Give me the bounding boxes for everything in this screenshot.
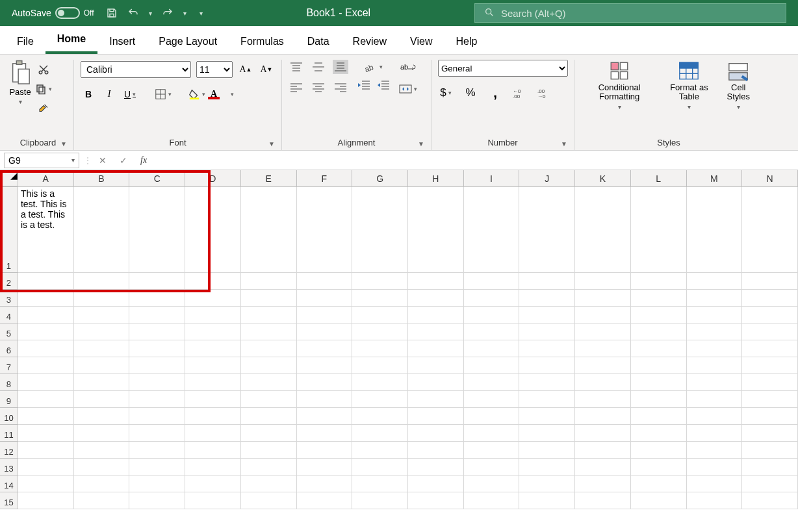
cell-J11[interactable] (519, 425, 575, 442)
cell-H8[interactable] (408, 374, 464, 391)
row-head-10[interactable]: 10 (0, 408, 18, 425)
cell-N13[interactable] (742, 459, 798, 475)
cell-J1[interactable] (519, 187, 575, 273)
cell-H11[interactable] (408, 425, 464, 442)
cell-I1[interactable] (464, 187, 520, 273)
font-size-select[interactable]: 11 (196, 61, 233, 78)
cell-A13[interactable] (18, 459, 74, 475)
cell-H15[interactable] (408, 492, 464, 509)
col-head-G[interactable]: G (352, 170, 408, 186)
cell-I11[interactable] (464, 425, 520, 442)
alignment-dialog-launcher-icon[interactable]: ▼ (418, 140, 424, 147)
cell-E5[interactable] (241, 323, 297, 340)
cell-E14[interactable] (241, 475, 297, 492)
cell-A10[interactable] (18, 408, 74, 425)
cell-G3[interactable] (352, 290, 408, 307)
cell-K7[interactable] (575, 357, 631, 374)
cell-E9[interactable] (241, 391, 297, 408)
cell-F11[interactable] (297, 425, 353, 442)
cell-L14[interactable] (631, 475, 687, 492)
cell-D14[interactable] (185, 475, 241, 492)
cell-G2[interactable] (352, 273, 408, 290)
cell-D6[interactable] (185, 340, 241, 357)
fill-color-icon[interactable] (188, 87, 205, 101)
paste-button[interactable]: Paste ▾ (9, 60, 31, 105)
cell-M9[interactable] (687, 391, 743, 408)
cell-D12[interactable] (185, 442, 241, 459)
cell-I6[interactable] (464, 340, 520, 357)
cell-F7[interactable] (297, 357, 353, 374)
orientation-icon[interactable]: ab (356, 60, 391, 74)
cell-H2[interactable] (408, 273, 464, 290)
cell-A14[interactable] (18, 475, 74, 492)
cell-F4[interactable] (297, 307, 353, 323)
cell-I13[interactable] (464, 459, 520, 475)
cell-B4[interactable] (74, 307, 130, 323)
tab-review[interactable]: Review (341, 31, 398, 54)
cell-N11[interactable] (742, 425, 798, 442)
increase-decimal-icon[interactable]: ←0.00 (512, 86, 528, 100)
cell-H10[interactable] (408, 408, 464, 425)
conditional-formatting-button[interactable]: Conditional Formatting ▾ (581, 60, 658, 110)
cell-H6[interactable] (408, 340, 464, 357)
redo-dropdown-caret-icon[interactable]: ▾ (183, 10, 187, 17)
row-head-6[interactable]: 6 (0, 340, 18, 357)
cell-M3[interactable] (687, 290, 743, 307)
cell-J13[interactable] (519, 459, 575, 475)
cell-K13[interactable] (575, 459, 631, 475)
cell-J9[interactable] (519, 391, 575, 408)
cell-A11[interactable] (18, 425, 74, 442)
cell-G8[interactable] (352, 374, 408, 391)
cell-J10[interactable] (519, 408, 575, 425)
cell-B13[interactable] (74, 459, 130, 475)
save-icon[interactable] (106, 7, 118, 19)
cell-H13[interactable] (408, 459, 464, 475)
cell-J3[interactable] (519, 290, 575, 307)
cell-I4[interactable] (464, 307, 520, 323)
cell-A7[interactable] (18, 357, 74, 374)
col-head-H[interactable]: H (408, 170, 464, 186)
col-head-I[interactable]: I (464, 170, 520, 186)
cell-N4[interactable] (742, 307, 798, 323)
row-head-3[interactable]: 3 (0, 290, 18, 307)
tab-insert[interactable]: Insert (97, 31, 147, 54)
cell-A1[interactable]: This is a test. This is a test. This is … (18, 187, 74, 273)
cell-A5[interactable] (18, 323, 74, 340)
cell-L1[interactable] (631, 187, 687, 273)
increase-font-icon[interactable]: A▲ (238, 62, 253, 77)
cell-A2[interactable] (18, 273, 74, 290)
cancel-icon[interactable]: ✕ (92, 155, 113, 166)
tab-data[interactable]: Data (296, 31, 341, 54)
cell-N12[interactable] (742, 442, 798, 459)
cell-B5[interactable] (74, 323, 130, 340)
cell-C2[interactable] (129, 273, 185, 290)
cell-F14[interactable] (297, 475, 353, 492)
cell-J4[interactable] (519, 307, 575, 323)
cell-C8[interactable] (129, 374, 185, 391)
row-head-4[interactable]: 4 (0, 307, 18, 323)
clipboard-dialog-launcher-icon[interactable]: ▼ (60, 140, 67, 147)
cell-F3[interactable] (297, 290, 353, 307)
cell-J2[interactable] (519, 273, 575, 290)
cell-E13[interactable] (241, 459, 297, 475)
tab-page-layout[interactable]: Page Layout (147, 31, 229, 54)
cell-G5[interactable] (352, 323, 408, 340)
col-head-A[interactable]: A (18, 170, 74, 186)
cell-N1[interactable] (742, 187, 798, 273)
cell-M12[interactable] (687, 442, 743, 459)
font-color-icon[interactable]: A (211, 87, 234, 101)
cell-C10[interactable] (129, 408, 185, 425)
cell-K14[interactable] (575, 475, 631, 492)
bold-button[interactable]: B (81, 87, 96, 101)
tab-home[interactable]: Home (45, 28, 97, 54)
cell-L13[interactable] (631, 459, 687, 475)
cell-H4[interactable] (408, 307, 464, 323)
format-painter-icon[interactable] (35, 101, 52, 116)
cell-F1[interactable] (297, 187, 353, 273)
cell-M13[interactable] (687, 459, 743, 475)
cell-F15[interactable] (297, 492, 353, 509)
underline-button[interactable]: U (122, 87, 138, 101)
cell-G11[interactable] (352, 425, 408, 442)
cell-K2[interactable] (575, 273, 631, 290)
cell-N3[interactable] (742, 290, 798, 307)
